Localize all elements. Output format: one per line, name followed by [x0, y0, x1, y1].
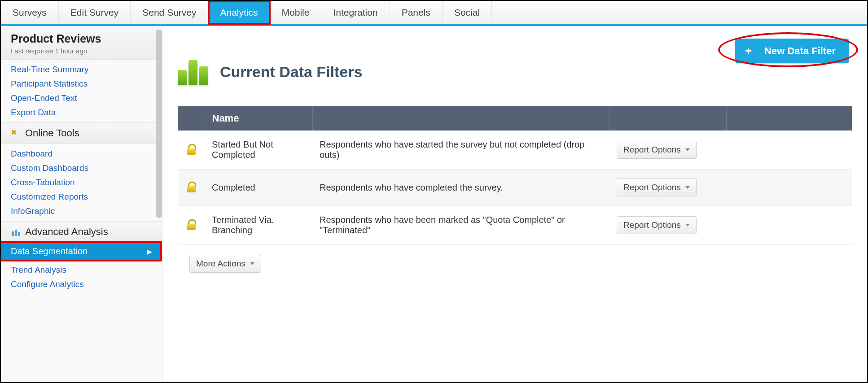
- report-options-label: Report Options: [623, 145, 681, 155]
- filter-description: Respondents who have completed the surve…: [312, 170, 609, 206]
- table-header-name: Name: [205, 106, 312, 131]
- sidebar-item-data-segmentation-label: Data Segmentation: [11, 246, 88, 257]
- main-content: + New Data Filter Current Data Filters N…: [162, 26, 867, 382]
- sidebar-item-trend-analysis[interactable]: Trend Analysis: [1, 263, 162, 277]
- tab-mobile[interactable]: Mobile: [270, 1, 322, 24]
- sidebar-item-open-ended-text[interactable]: Open-Ended Text: [1, 91, 162, 105]
- page-title-row: Current Data Filters: [178, 58, 852, 98]
- more-actions-button[interactable]: More Actions: [189, 255, 261, 273]
- filters-table: Name Started But Not Completed Responden…: [178, 106, 852, 245]
- sidebar-item-participant-statistics[interactable]: Participant Statistics: [1, 77, 162, 91]
- page-title: Current Data Filters: [220, 63, 362, 81]
- sidebar-item-custom-dashboards[interactable]: Custom Dashboards: [1, 161, 162, 175]
- bar-chart-icon: [178, 58, 210, 85]
- sidebar-scroll-thumb[interactable]: [156, 30, 162, 218]
- lock-icon: [187, 144, 196, 154]
- more-actions-row: More Actions: [178, 245, 852, 273]
- sidebar-item-infographic[interactable]: InfoGraphic: [1, 204, 162, 218]
- sidebar: Product Reviews Last response 1 hour ago…: [1, 26, 162, 382]
- last-response-text: Last response 1 hour ago: [11, 47, 152, 55]
- table-cell-empty: [726, 170, 852, 206]
- sidebar-group-reports: Real-Time Summary Participant Statistics…: [1, 60, 162, 123]
- caret-down-icon: [250, 262, 254, 265]
- report-options-button[interactable]: Report Options: [617, 178, 697, 196]
- chart-line-icon: [11, 227, 21, 237]
- lock-icon: [187, 219, 196, 229]
- tab-send-survey[interactable]: Send Survey: [131, 1, 208, 24]
- table-cell-empty: [726, 206, 852, 245]
- more-actions-label: More Actions: [196, 259, 245, 269]
- sidebar-item-customized-reports[interactable]: Customized Reports: [1, 190, 162, 204]
- sidebar-group-advanced-rest: Trend Analysis Configure Analytics: [1, 260, 162, 294]
- tab-analytics-label: Analytics: [220, 7, 258, 18]
- new-data-filter-label: New Data Filter: [764, 45, 836, 57]
- sidebar-header: Product Reviews Last response 1 hour ago: [1, 26, 162, 60]
- tab-analytics[interactable]: Analytics: [209, 1, 270, 24]
- caret-down-icon: [685, 224, 690, 226]
- tab-panels[interactable]: Panels: [390, 1, 443, 24]
- plus-icon: +: [745, 44, 752, 58]
- report-options-label: Report Options: [623, 220, 681, 230]
- table-row: Started But Not Completed Respondents wh…: [178, 131, 852, 170]
- sidebar-section-online-tools: Online Tools: [1, 123, 162, 144]
- tab-edit-survey[interactable]: Edit Survey: [59, 1, 131, 24]
- chevron-right-icon: ▶: [147, 248, 152, 255]
- filter-name: Started But Not Completed: [205, 131, 312, 170]
- report-options-button[interactable]: Report Options: [617, 216, 697, 234]
- filter-description: Respondents who have started the survey …: [312, 131, 609, 170]
- sidebar-item-configure-analytics[interactable]: Configure Analytics: [1, 277, 162, 292]
- report-options-label: Report Options: [623, 183, 681, 192]
- top-nav: Surveys Edit Survey Send Survey Analytic…: [1, 1, 867, 24]
- sidebar-section-online-tools-label: Online Tools: [25, 127, 79, 139]
- tab-social[interactable]: Social: [443, 1, 492, 24]
- table-row: Completed Respondents who have completed…: [178, 170, 852, 206]
- filter-name: Terminated Via. Branching: [205, 206, 312, 245]
- caret-down-icon: [685, 148, 690, 151]
- table-cell-empty: [726, 131, 852, 170]
- report-options-button[interactable]: Report Options: [617, 141, 697, 159]
- table-header-row: Name: [178, 106, 852, 131]
- tab-surveys[interactable]: Surveys: [1, 1, 59, 24]
- sidebar-item-dashboard[interactable]: Dashboard: [1, 147, 162, 161]
- sidebar-item-cross-tabulation[interactable]: Cross-Tabulation: [1, 175, 162, 190]
- sidebar-section-advanced-analysis: Advanced Analysis: [1, 222, 162, 243]
- sidebar-item-realtime-summary[interactable]: Real-Time Summary: [1, 62, 162, 77]
- table-header-blank4: [726, 106, 852, 131]
- caret-down-icon: [685, 186, 690, 189]
- sidebar-section-advanced-label: Advanced Analysis: [25, 226, 108, 238]
- lock-icon: [187, 182, 196, 192]
- filter-name: Completed: [205, 170, 312, 206]
- survey-title: Product Reviews: [11, 32, 152, 45]
- table-row: Terminated Via. Branching Respondents wh…: [178, 206, 852, 245]
- sidebar-item-export-data[interactable]: Export Data: [1, 105, 162, 120]
- tab-integration[interactable]: Integration: [321, 1, 390, 24]
- sidebar-item-data-segmentation[interactable]: Data Segmentation ▶: [1, 243, 162, 260]
- table-header-blank3: [609, 106, 726, 131]
- table-header-blank2: [312, 106, 609, 131]
- sidebar-group-tools: Dashboard Custom Dashboards Cross-Tabula…: [1, 144, 162, 222]
- new-data-filter-button[interactable]: + New Data Filter: [735, 39, 849, 63]
- table-header-blank1: [178, 106, 205, 131]
- filter-description: Respondents who have been marked as "Quo…: [312, 206, 609, 245]
- tools-icon: [11, 128, 21, 138]
